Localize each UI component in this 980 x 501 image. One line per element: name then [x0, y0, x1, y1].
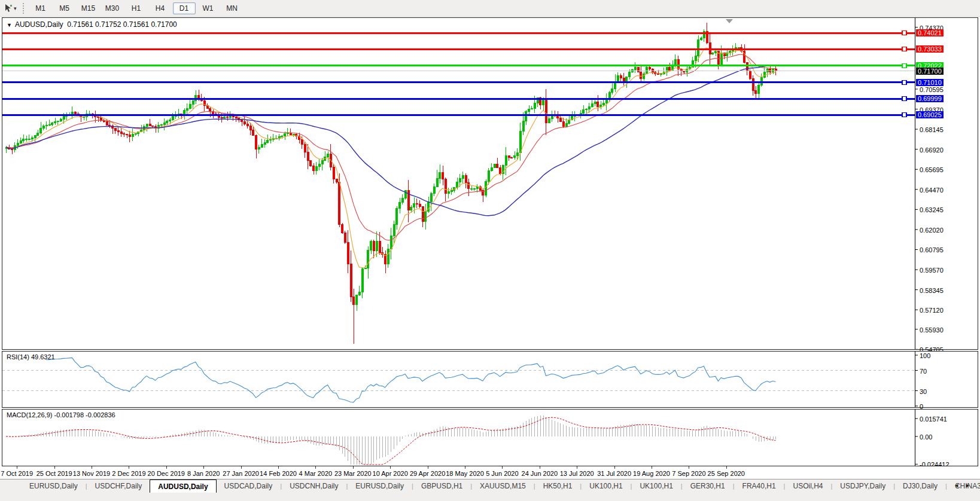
date-tick: [726, 466, 727, 469]
timeframe-button-m15[interactable]: M15: [77, 2, 100, 14]
rsi-tick-label: 70: [920, 368, 927, 375]
date-label: 7 Oct 2019: [1, 470, 33, 477]
timeframe-button-m1[interactable]: M1: [29, 2, 52, 14]
chart-tab-usdchf-daily[interactable]: USDCHF,Daily: [87, 479, 150, 493]
chart-tabs: EURUSD,Daily|USDCHF,DailyAUDUSD,DailyUSD…: [0, 479, 980, 493]
date-tick: [92, 466, 92, 469]
level-lines-group: [2, 31, 915, 117]
date-tick: [428, 466, 428, 469]
date-label: 25 Sep 2020: [708, 470, 745, 477]
macd-tick-label: 0.00: [920, 433, 932, 441]
level-price-label: 0.69025: [916, 111, 944, 118]
date-label: 5 Jun 2020: [486, 470, 518, 477]
chart-tab-dj30-daily[interactable]: DJ30,Daily: [895, 479, 945, 493]
rsi-label: RSI(14) 49.6321: [7, 353, 55, 361]
date-tick: [652, 466, 652, 469]
date-tick: [315, 466, 316, 469]
level-drag-handle: [902, 80, 906, 84]
chart-tab-gbpusd-h1[interactable]: GBPUSD,H1: [413, 479, 470, 493]
timeframe-button-m30[interactable]: M30: [101, 2, 124, 14]
level-drag-handle: [902, 47, 906, 51]
timeframe-button-w1[interactable]: W1: [197, 2, 220, 14]
date-tick: [614, 466, 615, 469]
chevron-down-icon[interactable]: ▾: [14, 5, 17, 11]
chart-tab-fra40-h1[interactable]: FRA40,H1: [735, 479, 784, 493]
price-tick-label: 0.58345: [920, 287, 944, 294]
top-toolbar: ▾ M1M5M15M30H1H4D1W1MN: [0, 0, 980, 17]
chart-tab-uk100-h1[interactable]: UK100,H1: [632, 479, 680, 493]
date-label: 19 Aug 2020: [633, 470, 670, 477]
price-tick-label: 0.65695: [920, 166, 944, 173]
level-price-label: 0.69999: [916, 95, 944, 102]
chart-tab-eurusd-daily[interactable]: EURUSD,Daily: [22, 479, 86, 493]
chart-tab-usdcnh-daily[interactable]: USDCNH,Daily: [282, 479, 346, 493]
date-label: 20 Dec 2019: [148, 470, 185, 477]
level-price-label: 0.71010: [916, 79, 944, 86]
price-chart-panel[interactable]: ▼AUDUSD,Daily 0.71561 0.71752 0.71561 0.…: [2, 17, 978, 350]
chart-title-symbol: AUDUSD,Daily: [15, 20, 63, 29]
date-tick: [278, 466, 279, 469]
chart-tab-hk50-h1[interactable]: HK50,H1: [535, 479, 580, 493]
date-tick: [502, 466, 503, 469]
level-drag-handle: [902, 97, 906, 101]
price-plot[interactable]: [2, 18, 978, 349]
date-label: 14 Feb 2020: [260, 470, 297, 477]
date-tick: [353, 466, 354, 469]
price-tick-label: 0.66920: [920, 146, 944, 154]
chart-tab-uk100-h1[interactable]: UK100,H1: [582, 479, 630, 493]
level-drag-handle: [902, 31, 906, 35]
date-label: 13 Jul 2020: [560, 470, 594, 477]
timeframe-button-mn[interactable]: MN: [221, 2, 244, 14]
timeframe-buttons: M1M5M15M30H1H4D1W1MN: [29, 2, 244, 14]
timeframe-button-h1[interactable]: H1: [125, 2, 148, 14]
date-label: 10 Apr 2020: [373, 470, 408, 477]
chart-tab-usdjpy-daily[interactable]: USDJPY,Daily: [832, 479, 893, 493]
chart-tab-usoil-h4[interactable]: USOil,H4: [785, 479, 830, 493]
date-label: 27 Jan 2020: [223, 470, 259, 477]
chart-title-ohlc: 0.71561 0.71752 0.71561 0.71700: [67, 20, 177, 29]
date-tick: [166, 466, 167, 469]
price-tick-label: 0.68145: [920, 126, 944, 133]
chart-tab-eurusd-daily[interactable]: EURUSD,Daily: [348, 479, 412, 493]
rsi-tick-label: 100: [920, 352, 930, 359]
rsi-line: [46, 358, 775, 402]
date-label: 23 Mar 2020: [334, 470, 372, 477]
level-drag-handle: [902, 113, 906, 117]
timeframe-button-d1[interactable]: D1: [173, 2, 196, 14]
price-tick-label: 0.70595: [920, 86, 944, 93]
price-tick-label: 0.55930: [920, 326, 944, 334]
date-tick: [577, 466, 577, 469]
macd-panel[interactable]: MACD(12,26,9) -0.001798 -0.002836 0.0157…: [2, 409, 978, 466]
chart-tab-xauusd-m15[interactable]: XAUUSD,M15: [472, 479, 534, 493]
price-tick-label: 0.63245: [920, 206, 944, 213]
toolbar-grip: [23, 3, 24, 14]
chart-cursor-icon[interactable]: [4, 4, 13, 13]
tab-scroll-right-icon[interactable]: ►: [965, 482, 976, 488]
triangle-down-icon: ▼: [7, 22, 12, 28]
date-tick: [129, 466, 129, 469]
date-tick: [689, 466, 689, 469]
date-label: 13 Nov 2019: [73, 470, 110, 477]
chart-tab-usdcad-daily[interactable]: USDCAD,Daily: [217, 479, 281, 493]
date-tick: [465, 466, 465, 469]
chart-shift-marker: [726, 19, 733, 23]
rsi-panel[interactable]: RSI(14) 49.6321 10070300: [2, 351, 978, 408]
timeframe-button-h4[interactable]: H4: [149, 2, 172, 14]
macd-histogram: [7, 416, 776, 465]
date-tick: [241, 466, 242, 469]
date-axis: 7 Oct 201925 Oct 201913 Nov 20192 Dec 20…: [2, 466, 978, 479]
macd-plot: [2, 410, 978, 466]
date-tick: [540, 466, 540, 469]
date-label: 2 Dec 2019: [112, 470, 145, 477]
chart-tab-ger30-h1[interactable]: GER30,H1: [683, 479, 733, 493]
timeframe-button-m5[interactable]: M5: [53, 2, 76, 14]
date-label: 4 Mar 2020: [299, 470, 333, 477]
date-tick: [390, 466, 391, 469]
tab-scroll-arrows[interactable]: ◄►: [954, 482, 976, 488]
chart-title: ▼AUDUSD,Daily 0.71561 0.71752 0.71561 0.…: [7, 20, 177, 29]
price-tick-label: 0.64470: [920, 187, 944, 194]
chart-tab-audusd-daily[interactable]: AUDUSD,Daily: [150, 479, 216, 493]
price-tick-label: 0.57120: [920, 307, 944, 314]
price-tick-label: 0.59570: [920, 267, 944, 274]
tab-scroll-left-icon[interactable]: ◄: [954, 482, 965, 488]
